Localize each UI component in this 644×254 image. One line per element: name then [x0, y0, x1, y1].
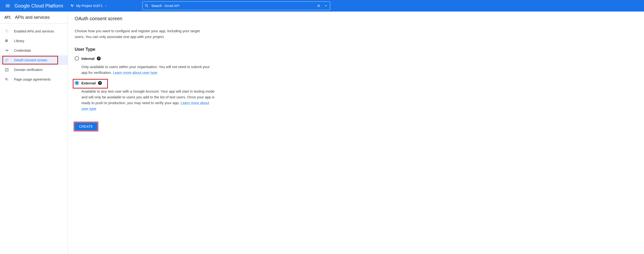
internal-description: Only available to users within your orga…	[82, 64, 216, 75]
svg-point-4	[6, 59, 7, 59]
user-type-option-internal[interactable]: Internal ?	[75, 55, 278, 62]
svg-point-3	[5, 59, 6, 59]
search-label: Search	[151, 4, 162, 8]
project-icon	[70, 4, 74, 8]
clear-search-icon[interactable]	[316, 3, 321, 8]
search-bar[interactable]: Search Gmail API	[142, 1, 330, 10]
sidebar-title: APIs and services	[15, 15, 50, 20]
svg-point-6	[5, 60, 6, 60]
logo-rest: Cloud Platform	[30, 3, 63, 8]
svg-point-7	[6, 60, 7, 60]
user-type-option-external[interactable]: External ?	[75, 80, 278, 86]
sidebar-item-label: Library	[14, 39, 24, 43]
create-button-highlight: CREATE	[75, 123, 97, 130]
radio-internal[interactable]	[75, 56, 79, 61]
hamburger-menu-button[interactable]	[3, 1, 12, 10]
sidebar-item-enabled-apis[interactable]: Enabled APIs and services	[0, 26, 68, 36]
external-description: Available to any test user with a Google…	[82, 88, 216, 112]
expand-search-icon[interactable]	[324, 3, 328, 8]
sidebar-nav: Enabled APIs and services Library Creden…	[0, 23, 68, 87]
svg-point-5	[8, 59, 8, 59]
help-icon[interactable]: ?	[98, 81, 102, 85]
sidebar-item-label: Page usage agreements	[14, 77, 51, 81]
logo-prefix: Google	[14, 3, 30, 8]
project-name: My Project 41871	[76, 4, 102, 8]
sidebar-header: API APIs and services	[0, 11, 68, 23]
sidebar-item-label: Enabled APIs and services	[14, 29, 54, 33]
sidebar-item-credentials[interactable]: Credentials	[0, 46, 68, 55]
search-icon	[144, 3, 149, 8]
check-icon	[4, 67, 9, 72]
agreement-icon	[4, 77, 9, 82]
sidebar-item-page-usage-agreements[interactable]: Page usage agreements	[0, 75, 68, 84]
consent-icon	[4, 58, 9, 62]
sidebar-item-library[interactable]: Library	[0, 36, 68, 46]
radio-label-internal: Internal	[82, 56, 94, 61]
key-icon	[4, 48, 9, 53]
grid-icon	[4, 29, 9, 34]
svg-point-1	[73, 5, 74, 6]
project-selector[interactable]: My Project 41871	[68, 3, 109, 9]
learn-more-internal-link[interactable]: Learn more about user type	[113, 70, 157, 75]
main-content: OAuth consent screen Choose how you want…	[68, 11, 285, 254]
svg-point-0	[71, 4, 72, 6]
intro-text: Choose how you want to configure and reg…	[75, 28, 210, 40]
svg-point-10	[6, 61, 7, 61]
top-bar: Google Cloud Platform My Project 41871 S…	[0, 0, 644, 11]
sidebar-item-label: Domain verification	[14, 68, 43, 72]
caret-down-icon	[104, 4, 107, 7]
gcp-logo[interactable]: Google Cloud Platform	[14, 3, 63, 9]
create-button[interactable]: CREATE	[75, 123, 97, 130]
library-icon	[4, 38, 9, 43]
sidebar: API APIs and services Enabled APIs and s…	[0, 11, 68, 254]
radio-label-external: External	[82, 81, 96, 85]
svg-point-12	[8, 80, 8, 81]
svg-rect-11	[5, 68, 8, 71]
sidebar-item-oauth-consent[interactable]: OAuth consent screen	[0, 55, 68, 65]
sidebar-item-domain-verification[interactable]: Domain verification	[0, 65, 68, 75]
menu-icon	[5, 3, 10, 8]
svg-point-9	[5, 61, 6, 61]
api-badge: API	[4, 15, 10, 20]
svg-point-8	[8, 60, 8, 60]
sidebar-item-label: OAuth consent screen	[14, 58, 48, 62]
search-value: Gmail API	[164, 4, 180, 8]
sidebar-item-label: Credentials	[14, 49, 31, 52]
radio-external[interactable]	[75, 81, 79, 85]
page-title: OAuth consent screen	[75, 16, 278, 21]
user-type-heading: User Type	[75, 47, 278, 52]
help-icon[interactable]: ?	[97, 56, 101, 60]
svg-point-2	[72, 6, 73, 7]
